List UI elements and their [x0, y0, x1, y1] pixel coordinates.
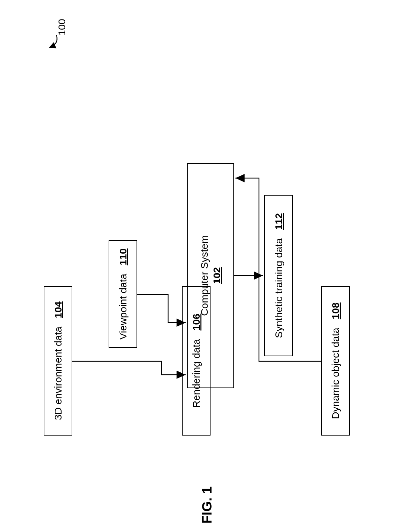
arrows-final: [0, 0, 417, 532]
diagram-page: 100 3D environment data 104 Rendering da…: [0, 0, 417, 532]
